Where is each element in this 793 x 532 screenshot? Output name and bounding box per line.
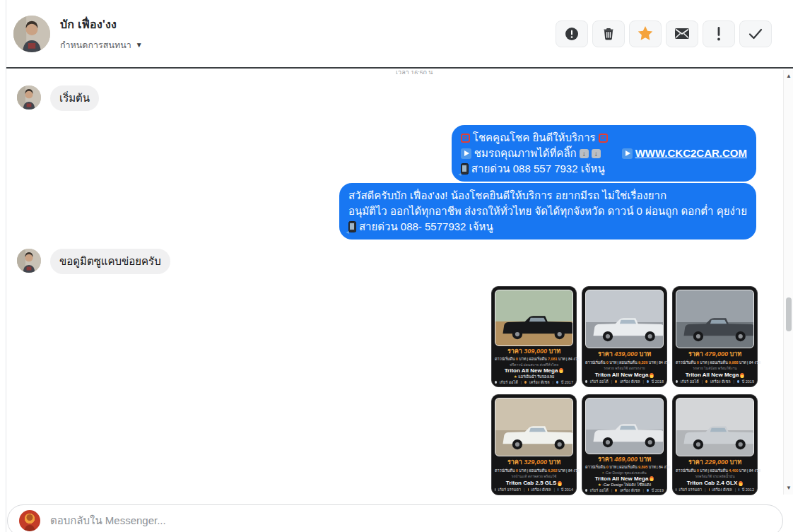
schedule-label: กำหนดการสนทนา [60, 38, 131, 52]
play-button-emoji-icon [461, 148, 471, 159]
card-specs: เกียร์ ออโต้|เครื่อง ดีเซล|ปี 2019 [585, 487, 664, 493]
red-square-emoji-icon [461, 134, 470, 143]
card-specs: เกียร์ ธรรมดา|เครื่อง ดีเซล|ปี 2014 [495, 487, 573, 492]
card-extra-line: ★ -Car Design ไฟแต่ง โช๊คแต่ง [585, 482, 664, 487]
car-model: Triton All New Mega [676, 372, 754, 378]
header-actions [556, 20, 772, 47]
contact-avatar [13, 16, 50, 52]
engine-icon [615, 489, 617, 492]
card-specs: เกียร์ ออโต้|เครื่อง ดีเซล|ปี 2017 [495, 379, 573, 385]
page-avatar [19, 510, 40, 531]
reply-placeholder: ตอบกลับใน Messenger... [50, 512, 166, 529]
gear-icon [585, 489, 587, 492]
car-card[interactable]: ราคา 439,000 บาท ดาวน์เริ่มต้น 0 บาท | ผ… [582, 286, 667, 387]
engine-icon [709, 488, 710, 491]
red-square-emoji-icon [599, 134, 608, 143]
car-model: Triton Cab 2.4 GLX [676, 480, 754, 486]
message-line: ชมรถคุณภาพได้ที่คลิ๊ก [474, 146, 577, 161]
car-model: Triton Cab 2.5 GLS [495, 480, 573, 486]
chevron-down-icon: ▼ [136, 41, 143, 49]
chat-scrollbar[interactable]: ▲ ▼ [783, 70, 793, 495]
trash-icon [602, 27, 615, 40]
messenger-inbox-window: บัก เฟื่อง'งง กำหนดการสนทนา ▼ [0, 0, 793, 532]
gear-icon [495, 381, 497, 384]
gear-icon [585, 380, 587, 383]
envelope-icon [675, 28, 689, 39]
calendar-icon [556, 381, 558, 384]
down-arrow-emoji-icon: ↓ [580, 149, 589, 158]
fire-emoji-icon: • [602, 471, 604, 475]
check-icon [748, 28, 763, 40]
calendar-icon [739, 488, 739, 491]
scrollbar-thumb[interactable] [786, 297, 792, 331]
car-photo [676, 398, 754, 456]
card-fine-print: รถสวย พร้อมใช้ ออกรถง่าย [585, 365, 664, 371]
star-emoji-icon: ★ [598, 483, 601, 487]
car-card[interactable]: ราคา 229,000 บาท ดาวน์เริ่มต้น 0 บาท | ผ… [672, 394, 758, 495]
delete-button[interactable] [592, 20, 625, 47]
gear-icon [495, 488, 495, 491]
card-specs: เกียร์ ธรรมดา|เครื่อง ดีเซล|ปี 2012 [676, 487, 754, 492]
outgoing-message-bubble: สวัสดีครับบัก เฟื่อง'งง! น้องโชคยินดีให้… [339, 183, 756, 240]
conversation-header: บัก เฟื่อง'งง กำหนดการสนทนา ▼ [6, 0, 793, 69]
car-card[interactable]: ราคา 309,000 บาท ดาวน์เริ่มต้น 0 บาท | ผ… [491, 286, 577, 387]
fire-emoji-icon [558, 481, 562, 486]
exclamation-circle-icon [565, 27, 579, 41]
exclamation-icon [717, 27, 721, 41]
contact-name: บัก เฟื่อง'งง [60, 16, 143, 33]
message-line: อนุมัติไว ออกได้ทุกอาชีพ ส่งรถให้ทั่วไทย… [348, 203, 747, 219]
phone-emoji-icon [348, 221, 356, 232]
car-model: Triton All New Mega [495, 367, 573, 374]
incoming-message-row: เริ่มต้น [17, 85, 99, 111]
clipped-timestamp: เวลา 16:50 น. [396, 68, 435, 74]
engine-icon [524, 381, 527, 384]
sender-avatar [17, 249, 41, 273]
website-link[interactable]: WWW.CKC2CAR.COM [635, 146, 747, 161]
message-line: สายด่วน 088 557 7932 เจ้หนู [471, 161, 605, 177]
scroll-down-arrow[interactable]: ▼ [784, 483, 793, 493]
scroll-up-arrow[interactable]: ▲ [784, 71, 793, 81]
car-model: Triton All New Mega [585, 475, 664, 482]
car-card-grid: ราคา 309,000 บาท ดาวน์เริ่มต้น 0 บาท | ผ… [491, 286, 758, 495]
card-fine-print: รถบ้านแท้ สภาพสวย พร้อมใช้ [495, 473, 573, 479]
card-fine-print: รถสวย ไมล์น้อย พร้อมใช้งาน [676, 365, 754, 371]
gear-icon [676, 380, 678, 383]
outgoing-message-bubble: โชคคูณโชค ยินดีให้บริการ ชมรถคุณภาพได้ที… [452, 125, 756, 182]
down-arrow-emoji-icon: ↓ [592, 149, 601, 158]
play-button-emoji-icon [622, 148, 633, 159]
card-specs: เกียร์ ออโต้|เครื่อง ดีเซล|ปี 2019 [676, 379, 754, 384]
car-photo [585, 398, 664, 454]
incoming-message-row: ขอดูมิตซูแคบข่อยครับ [17, 249, 170, 274]
report-issue-button[interactable] [556, 20, 588, 47]
fire-emoji-icon [739, 481, 743, 486]
car-card[interactable]: ราคา 479,000 บาท ดาวน์เริ่มต้น 0 บาท | ผ… [672, 286, 758, 387]
sender-avatar [17, 85, 41, 110]
card-specs: เกียร์ ออโต้|เครื่อง ดีเซล|ปี 2018 [585, 379, 664, 384]
message-line: โชคคูณโชค ยินดีให้บริการ [473, 130, 596, 146]
car-photo [495, 398, 573, 456]
message-bubble: ขอดูมิตซูแคบข่อยครับ [50, 249, 170, 274]
reply-input[interactable]: ตอบกลับใน Messenger... [7, 504, 783, 532]
message-line: สายด่วน 088- 5577932 เจ้หนู [359, 219, 493, 235]
engine-icon [615, 380, 617, 383]
calendar-icon [737, 380, 739, 383]
fire-emoji-icon [650, 373, 654, 378]
car-photo [676, 290, 754, 348]
car-model: Triton All New Mega [585, 372, 664, 378]
mark-unread-button[interactable] [666, 20, 698, 47]
calendar-icon [647, 489, 649, 492]
mark-important-button[interactable] [703, 20, 735, 47]
engine-icon [705, 380, 707, 383]
schedule-dropdown[interactable]: กำหนดการสนทนา ▼ [60, 38, 143, 52]
star-icon [638, 26, 653, 41]
star-button[interactable] [629, 20, 662, 47]
car-card[interactable]: ราคา 329,000 บาท ดาวน์เริ่มต้น 0 บาท | ผ… [491, 394, 577, 495]
card-fine-print: ฟรีดาวน์ ผ่อนสบาย ส่งฟรีทั่วไทย [495, 362, 573, 367]
car-photo [585, 290, 664, 348]
card-fine-print: รถพร้อมใช้ ประหยัดน้ำมัน [676, 473, 754, 479]
gear-icon [676, 488, 676, 491]
message-line: สวัสดีครับบัก เฟื่อง'งง! น้องโชคยินดีให้… [348, 188, 747, 203]
car-card[interactable]: ราคา 469,000 บาท ดาวน์เริ่มต้น 0 บาท | ผ… [582, 394, 667, 495]
mark-done-button[interactable] [739, 20, 772, 47]
fire-emoji-icon [650, 476, 654, 481]
